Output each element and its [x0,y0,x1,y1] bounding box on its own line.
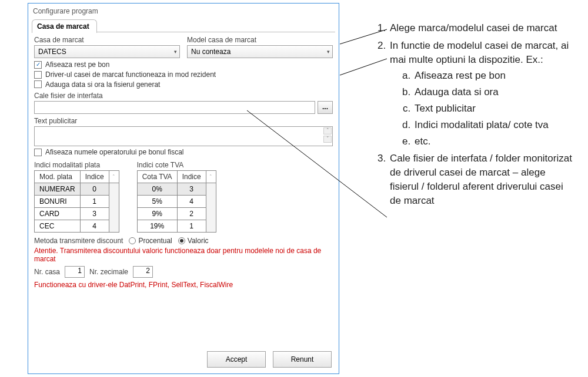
cell-idx: 2 [177,207,206,220]
tab-label: Casa de marcat [37,22,89,31]
table-payment-group: Indici modalitati plata Mod. plata Indic… [34,161,119,233]
dialog-title: Configurare program [28,4,339,19]
cell-rate: 19% [137,220,177,232]
instruction-subitem: Adauga data si ora [413,85,576,99]
table-row[interactable]: CARD 3 [35,207,119,220]
checkbox-rest-pe-bon[interactable]: Afiseaza rest pe bon [34,60,109,69]
text-publicitar-input[interactable] [34,126,333,146]
cell-idx: 3 [80,207,109,220]
textarea-scroll: ˄ ˅ [323,127,332,143]
model-value: Nu conteaza [191,48,230,56]
table-header-row: Mod. plata Indice ˄ [35,170,119,183]
table-row[interactable]: 19% 1 [137,220,216,232]
cell-rate: 0% [137,183,177,195]
checkbox-icon [34,80,42,88]
cell-idx: 4 [177,195,206,207]
text-pub-label: Text publicitar [34,117,333,125]
chevron-down-icon: ▾ [327,49,330,55]
radio-valoric[interactable]: Valoric [178,237,209,245]
cell-name: NUMERAR [35,183,81,195]
instruction-subitem: Text publicitar [413,102,576,116]
table-tva-group: Indici cote TVA Cota TVA Indice ˄ 0% 3 [137,161,216,233]
drivers-note: Functioneaza cu driver-ele DatPrint, FPr… [34,281,333,289]
radio-procentual[interactable]: Procentual [129,237,172,245]
th-mod-plata: Mod. plata [35,170,81,183]
model-select[interactable]: Nu conteaza ▾ [187,45,333,58]
cell-idx: 1 [177,220,206,232]
scroll-up-icon: ˄ [109,170,119,183]
instruction-subitem: Indici modalitati plata/ cote tva [413,118,576,132]
cell-name: CARD [35,207,81,220]
radio-icon [178,237,185,244]
instruction-subitem: etc. [413,134,576,149]
tabbar: Casa de marcat [28,19,339,32]
scrollbar[interactable] [206,183,216,232]
nr-zecimale-label: Nr. zecimale [89,268,128,276]
scrollbar[interactable] [109,183,119,232]
table-row[interactable]: NUMERAR 0 [35,183,119,195]
scroll-up-icon: ˄ [206,170,216,183]
checkbox-driver-rezident[interactable]: Driver-ul casei de marcat functioneaza i… [34,70,216,79]
instruction-text: Alege marca/modelul casei de marcat [390,22,557,33]
table-header-row: Cota TVA Indice ˄ [137,170,216,183]
checkbox-operator-label: Afiseaza numele operatorului pe bonul fi… [45,148,183,156]
instructions-panel: Alege marca/modelul casei de marcat In f… [339,0,588,377]
table-row[interactable]: CEC 4 [35,220,119,232]
nr-casa-label: Nr. casa [34,268,60,276]
instruction-subitem: Afiseaza rest pe bon [413,69,576,83]
table-tva-caption: Indici cote TVA [137,161,216,169]
cell-rate: 5% [137,195,177,207]
table-row[interactable]: 0% 3 [137,183,216,195]
nr-zecimale-input[interactable]: 2 [133,266,153,278]
cell-idx: 3 [177,183,206,195]
renunt-button[interactable]: Renunt [273,351,332,368]
th-cota-tva: Cota TVA [137,170,177,183]
nr-casa-input[interactable]: 1 [65,266,85,278]
chevron-down-icon: ▾ [174,49,177,55]
scroll-down-icon[interactable]: ˅ [323,136,332,143]
path-input[interactable] [34,101,315,114]
checkbox-add-datetime[interactable]: Adauga data si ora la fisierul generat [34,80,160,89]
tab-casa-de-marcat[interactable]: Casa de marcat [32,19,97,33]
instruction-item: Alege marca/modelul casei de marcat [389,21,576,35]
config-dialog: Configurare program Casa de marcat Casa … [28,3,339,374]
table-row[interactable]: BONURI 1 [35,195,119,207]
brand-value: DATECS [38,48,66,56]
checkbox-icon [34,61,42,69]
renunt-label: Renunt [291,355,314,363]
cell-idx: 1 [80,195,109,207]
table-payment[interactable]: Mod. plata Indice ˄ NUMERAR 0 BONURI 1 [34,170,119,233]
instruction-text: Cale fisier de interfata / folder monito… [390,153,572,206]
cell-rate: 9% [137,207,177,220]
th-indice: Indice [80,170,109,183]
cell-idx: 4 [80,220,109,232]
radio-icon [129,237,136,244]
browse-button[interactable]: ... [318,101,333,114]
discount-warning: Atentie. Transmiterea discountului valor… [34,247,333,263]
th-indice: Indice [177,170,206,183]
accept-button[interactable]: Accept [207,351,266,368]
table-row[interactable]: 5% 4 [137,195,216,207]
brand-label: Casa de marcat [34,36,180,44]
table-row[interactable]: 9% 2 [137,207,216,220]
model-label: Model casa de marcat [187,36,333,44]
checkbox-rezident-label: Driver-ul casei de marcat functioneaza i… [45,70,216,79]
ellipsis-icon: ... [322,103,328,111]
radio-procentual-label: Procentual [138,237,172,245]
checkbox-addtime-label: Adauga data si ora la fisierul generat [45,80,160,89]
radio-valoric-label: Valoric [188,237,209,245]
instruction-item: Cale fisier de interfata / folder monito… [389,152,576,207]
nr-casa-value: 1 [78,267,82,275]
table-tva[interactable]: Cota TVA Indice ˄ 0% 3 5% 4 [137,170,216,233]
cell-name: BONURI [35,195,81,207]
instruction-text: In functie de modelul casei de marcat, a… [390,40,569,65]
checkbox-operator-name[interactable]: Afiseaza numele operatorului pe bonul fi… [34,148,183,156]
checkbox-rest-label: Afiseaza rest pe bon [45,60,109,69]
tab-content: Casa de marcat DATECS ▾ Model casa de ma… [28,32,339,345]
brand-select[interactable]: DATECS ▾ [34,45,180,58]
nr-zecimale-value: 2 [146,267,150,275]
checkbox-icon [34,149,42,156]
instruction-item: In functie de modelul casei de marcat, a… [389,39,576,149]
discount-method-label: Metoda transmitere discount [34,237,123,245]
scroll-up-icon[interactable]: ˄ [323,127,332,134]
